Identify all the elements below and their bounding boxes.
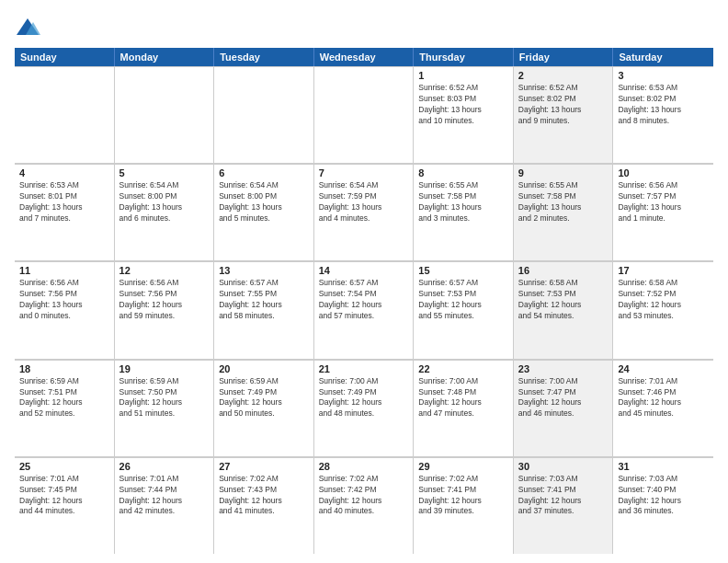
weekday-header-wednesday: Wednesday <box>314 48 415 66</box>
cal-cell: 9Sunrise: 6:55 AM Sunset: 7:58 PM Daylig… <box>514 164 614 260</box>
cell-info: Sunrise: 6:55 AM Sunset: 7:58 PM Dayligh… <box>418 180 508 224</box>
calendar-row-0: 1Sunrise: 6:52 AM Sunset: 8:03 PM Daylig… <box>15 66 713 164</box>
cal-cell: 26Sunrise: 7:01 AM Sunset: 7:44 PM Dayli… <box>115 457 215 554</box>
cell-info: Sunrise: 6:52 AM Sunset: 8:02 PM Dayligh… <box>518 83 609 127</box>
cal-cell: 25Sunrise: 7:01 AM Sunset: 7:45 PM Dayli… <box>15 457 115 554</box>
day-number: 3 <box>618 70 709 81</box>
weekday-header-friday: Friday <box>514 48 614 66</box>
cal-cell: 21Sunrise: 7:00 AM Sunset: 7:49 PM Dayli… <box>314 360 415 456</box>
cal-cell: 12Sunrise: 6:56 AM Sunset: 7:56 PM Dayli… <box>115 261 215 358</box>
logo <box>15 15 44 40</box>
cell-info: Sunrise: 7:01 AM Sunset: 7:45 PM Dayligh… <box>19 474 109 518</box>
cal-cell: 8Sunrise: 6:55 AM Sunset: 7:58 PM Daylig… <box>414 164 514 260</box>
cal-cell: 17Sunrise: 6:58 AM Sunset: 7:52 PM Dayli… <box>613 261 713 358</box>
day-number: 12 <box>119 265 210 276</box>
cell-info: Sunrise: 7:00 AM Sunset: 7:48 PM Dayligh… <box>418 376 508 420</box>
day-number: 8 <box>418 167 508 178</box>
day-number: 19 <box>119 363 210 374</box>
cell-info: Sunrise: 6:56 AM Sunset: 7:56 PM Dayligh… <box>119 278 210 322</box>
day-number: 25 <box>19 461 109 472</box>
cal-cell: 5Sunrise: 6:54 AM Sunset: 8:00 PM Daylig… <box>115 164 215 260</box>
cell-info: Sunrise: 6:53 AM Sunset: 8:02 PM Dayligh… <box>618 83 709 127</box>
calendar-header: SundayMondayTuesdayWednesdayThursdayFrid… <box>15 48 713 66</box>
cal-cell: 28Sunrise: 7:02 AM Sunset: 7:42 PM Dayli… <box>314 457 415 554</box>
cell-info: Sunrise: 7:03 AM Sunset: 7:41 PM Dayligh… <box>518 474 609 518</box>
day-number: 5 <box>119 167 210 178</box>
logo-icon <box>15 15 40 40</box>
cal-cell: 10Sunrise: 6:56 AM Sunset: 7:57 PM Dayli… <box>613 164 713 260</box>
day-number: 31 <box>618 461 709 472</box>
cell-info: Sunrise: 7:02 AM Sunset: 7:42 PM Dayligh… <box>319 474 409 518</box>
cal-cell: 27Sunrise: 7:02 AM Sunset: 7:43 PM Dayli… <box>214 457 314 554</box>
cell-info: Sunrise: 7:02 AM Sunset: 7:43 PM Dayligh… <box>219 474 309 518</box>
cal-cell: 1Sunrise: 6:52 AM Sunset: 8:03 PM Daylig… <box>414 66 514 163</box>
cell-info: Sunrise: 7:00 AM Sunset: 7:49 PM Dayligh… <box>319 376 409 420</box>
cell-info: Sunrise: 7:01 AM Sunset: 7:44 PM Dayligh… <box>119 474 210 518</box>
cal-cell: 29Sunrise: 7:02 AM Sunset: 7:41 PM Dayli… <box>414 457 514 554</box>
cal-cell: 16Sunrise: 6:58 AM Sunset: 7:53 PM Dayli… <box>514 261 614 358</box>
cal-cell: 22Sunrise: 7:00 AM Sunset: 7:48 PM Dayli… <box>414 360 514 456</box>
cell-info: Sunrise: 7:02 AM Sunset: 7:41 PM Dayligh… <box>418 474 508 518</box>
weekday-header-sunday: Sunday <box>15 48 115 66</box>
calendar-row-1: 4Sunrise: 6:53 AM Sunset: 8:01 PM Daylig… <box>15 164 713 261</box>
day-number: 29 <box>418 461 508 472</box>
cell-info: Sunrise: 6:59 AM Sunset: 7:49 PM Dayligh… <box>219 376 309 420</box>
cal-cell: 3Sunrise: 6:53 AM Sunset: 8:02 PM Daylig… <box>613 66 713 163</box>
day-number: 9 <box>518 167 609 178</box>
calendar-row-2: 11Sunrise: 6:56 AM Sunset: 7:56 PM Dayli… <box>15 261 713 359</box>
weekday-header-tuesday: Tuesday <box>214 48 314 66</box>
cal-cell: 19Sunrise: 6:59 AM Sunset: 7:50 PM Dayli… <box>115 360 215 456</box>
day-number: 4 <box>19 167 109 178</box>
cell-info: Sunrise: 6:58 AM Sunset: 7:53 PM Dayligh… <box>518 278 609 322</box>
cell-info: Sunrise: 6:56 AM Sunset: 7:57 PM Dayligh… <box>618 180 709 224</box>
day-number: 26 <box>119 461 210 472</box>
day-number: 18 <box>19 363 109 374</box>
cell-info: Sunrise: 6:57 AM Sunset: 7:54 PM Dayligh… <box>319 278 409 322</box>
day-number: 13 <box>219 265 309 276</box>
cell-info: Sunrise: 6:54 AM Sunset: 8:00 PM Dayligh… <box>219 180 309 224</box>
cal-cell: 30Sunrise: 7:03 AM Sunset: 7:41 PM Dayli… <box>514 457 614 554</box>
cal-cell: 14Sunrise: 6:57 AM Sunset: 7:54 PM Dayli… <box>314 261 415 358</box>
cal-cell: 11Sunrise: 6:56 AM Sunset: 7:56 PM Dayli… <box>15 261 115 358</box>
cal-cell: 6Sunrise: 6:54 AM Sunset: 8:00 PM Daylig… <box>214 164 314 260</box>
cal-cell: 18Sunrise: 6:59 AM Sunset: 7:51 PM Dayli… <box>15 360 115 456</box>
day-number: 24 <box>618 363 709 374</box>
day-number: 14 <box>319 265 409 276</box>
cal-cell <box>115 66 215 163</box>
cell-info: Sunrise: 6:56 AM Sunset: 7:56 PM Dayligh… <box>19 278 109 322</box>
day-number: 10 <box>618 167 709 178</box>
weekday-header-saturday: Saturday <box>613 48 713 66</box>
day-number: 23 <box>518 363 609 374</box>
cal-cell: 23Sunrise: 7:00 AM Sunset: 7:47 PM Dayli… <box>514 360 614 456</box>
cell-info: Sunrise: 7:03 AM Sunset: 7:40 PM Dayligh… <box>618 474 709 518</box>
cal-cell: 15Sunrise: 6:57 AM Sunset: 7:53 PM Dayli… <box>414 261 514 358</box>
day-number: 28 <box>319 461 409 472</box>
day-number: 16 <box>518 265 609 276</box>
cal-cell: 4Sunrise: 6:53 AM Sunset: 8:01 PM Daylig… <box>15 164 115 260</box>
cal-cell <box>15 66 115 163</box>
weekday-header-thursday: Thursday <box>414 48 514 66</box>
day-number: 21 <box>319 363 409 374</box>
cal-cell <box>314 66 415 163</box>
weekday-header-monday: Monday <box>115 48 215 66</box>
day-number: 30 <box>518 461 609 472</box>
cal-cell: 2Sunrise: 6:52 AM Sunset: 8:02 PM Daylig… <box>514 66 614 163</box>
day-number: 7 <box>319 167 409 178</box>
cell-info: Sunrise: 6:54 AM Sunset: 8:00 PM Dayligh… <box>119 180 210 224</box>
calendar-body: 1Sunrise: 6:52 AM Sunset: 8:03 PM Daylig… <box>15 66 713 554</box>
day-number: 1 <box>418 70 508 81</box>
day-number: 2 <box>518 70 609 81</box>
cal-cell <box>214 66 314 163</box>
cell-info: Sunrise: 6:59 AM Sunset: 7:51 PM Dayligh… <box>19 376 109 420</box>
cell-info: Sunrise: 7:01 AM Sunset: 7:46 PM Dayligh… <box>618 376 709 420</box>
cal-cell: 20Sunrise: 6:59 AM Sunset: 7:49 PM Dayli… <box>214 360 314 456</box>
cal-cell: 31Sunrise: 7:03 AM Sunset: 7:40 PM Dayli… <box>613 457 713 554</box>
day-number: 15 <box>418 265 508 276</box>
day-number: 17 <box>618 265 709 276</box>
cell-info: Sunrise: 6:57 AM Sunset: 7:55 PM Dayligh… <box>219 278 309 322</box>
cal-cell: 13Sunrise: 6:57 AM Sunset: 7:55 PM Dayli… <box>214 261 314 358</box>
calendar-row-3: 18Sunrise: 6:59 AM Sunset: 7:51 PM Dayli… <box>15 360 713 457</box>
cell-info: Sunrise: 6:57 AM Sunset: 7:53 PM Dayligh… <box>418 278 508 322</box>
cell-info: Sunrise: 7:00 AM Sunset: 7:47 PM Dayligh… <box>518 376 609 420</box>
day-number: 20 <box>219 363 309 374</box>
